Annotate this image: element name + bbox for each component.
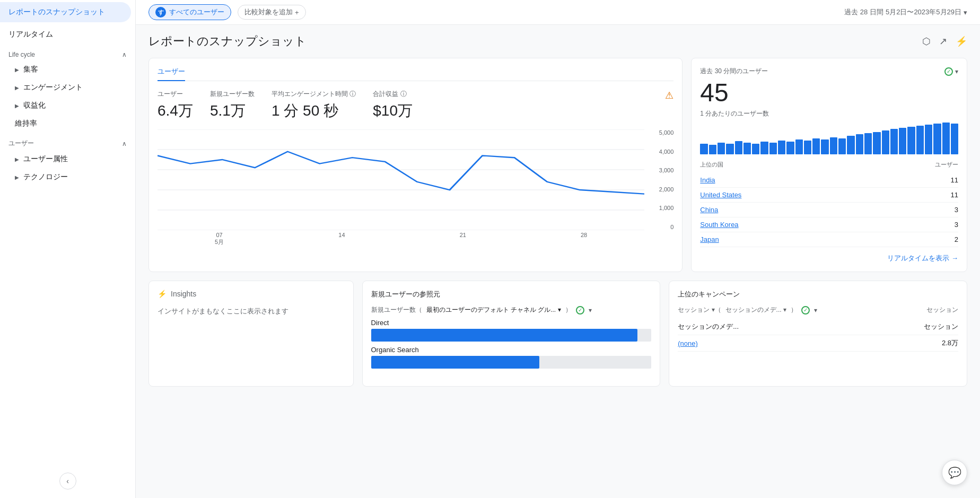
bottom-cards-row: ⚡ Insights インサイトがまもなくここに表示されます 新規ユーザーの参照… — [148, 281, 967, 387]
bar-28 — [933, 124, 941, 154]
metric-new-users-value: 5.1万 — [210, 101, 255, 121]
campaigns-dropdown-btn[interactable]: ▾ — [814, 307, 817, 314]
chevron-right-icon: ▶ — [15, 174, 19, 180]
bar-15 — [821, 139, 828, 154]
country-row-korea: South Korea 3 — [700, 217, 958, 232]
realtime-card: 過去 30 分間のユーザー ✓ ▾ 45 1 分あたりのユーザー数 — [691, 58, 967, 272]
bar-5 — [735, 141, 742, 154]
segment-label: すべてのユーザー — [169, 7, 224, 17]
x-label-28: 28 — [581, 232, 587, 246]
insights-body: インサイトがまもなくここに表示されます — [158, 307, 345, 316]
realtime-link[interactable]: リアルタイムを表示 → — [700, 254, 958, 263]
campaigns-col-label: セッション ▾（ — [678, 305, 721, 314]
campaigns-none-value: 2.8万 — [942, 338, 958, 348]
bar-8 — [760, 142, 768, 154]
country-us[interactable]: United States — [700, 191, 741, 199]
country-china[interactable]: China — [700, 206, 718, 214]
sidebar-item-label: 維持率 — [15, 119, 37, 128]
sidebar-item-acquisition[interactable]: ▶ 集客 — [0, 60, 135, 78]
insights-header: ⚡ Insights — [158, 290, 345, 298]
campaigns-sub-header: セッション ▾（ セッションのメデ... ▾ ） ✓ ▾ セッション — [678, 305, 958, 314]
date-prefix: 過去 28 日間 — [844, 7, 883, 17]
chevron-right-icon: ▶ — [15, 85, 19, 91]
campaigns-card: 上位のキャンペーン セッション ▾（ セッションのメデ... ▾ ） ✓ ▾ セ… — [669, 281, 967, 387]
segment-chip[interactable]: す すべてのユーザー — [148, 4, 231, 20]
bar-10 — [778, 141, 785, 154]
chat-fab-button[interactable]: 💬 — [942, 460, 967, 485]
more-icon[interactable]: ⚡ — [956, 36, 967, 47]
share-icon[interactable]: ↗ — [939, 36, 947, 47]
sidebar-item-realtime[interactable]: リアルタイム — [0, 24, 135, 45]
chart-x-labels: 075月 14 21 28 — [158, 232, 644, 246]
collapse-sidebar-button[interactable]: ‹ — [59, 473, 76, 490]
sidebar-item-snapshot[interactable]: レポートのスナップショット — [0, 2, 131, 22]
date-range-value: 5月2日〜2023年5月29日 — [886, 7, 961, 17]
country-row-china: China 3 — [700, 203, 958, 217]
bar-22 — [882, 130, 889, 154]
sidebar-item-retention[interactable]: 維持率 — [0, 115, 135, 133]
x-label-21: 21 — [460, 232, 466, 246]
sidebar-section-lifecycle-label: Life cycle — [8, 51, 35, 58]
sidebar-item-technology[interactable]: ▶ テクノロジー — [0, 168, 135, 186]
sidebar-item-monetization[interactable]: ▶ 収益化 — [0, 97, 135, 115]
insights-title: Insights — [171, 290, 196, 298]
customize-report-icon[interactable]: ⬡ — [922, 36, 931, 47]
traffic-metric-dropdown[interactable]: 最初のユーザーのデフォルト チャネル グル... ▾ — [426, 305, 561, 314]
chat-icon: 💬 — [948, 466, 961, 479]
bar-30 — [951, 124, 958, 154]
tab-users[interactable]: ユーザー — [158, 67, 185, 81]
sidebar-item-demographics[interactable]: ▶ ユーザー属性 — [0, 150, 135, 168]
traffic-metric-label: 新規ユーザー数（ — [371, 305, 422, 314]
bar-20 — [864, 133, 872, 154]
campaigns-none-row: (none) 2.8万 — [678, 335, 958, 352]
sidebar-section-users[interactable]: ユーザー ∧ — [0, 133, 135, 150]
realtime-dropdown[interactable]: ▾ — [955, 68, 958, 75]
direct-bar-bg — [371, 329, 652, 342]
metric-revenue-value: $10万 — [373, 101, 413, 121]
content-area: レポートのスナップショット ⬡ ↗ ⚡ ユーザー ユーザー 6 — [136, 25, 980, 498]
bar-24 — [899, 128, 906, 154]
traffic-dropdown-btn[interactable]: ▾ — [589, 307, 592, 314]
bar-1 — [700, 144, 707, 154]
country-india[interactable]: India — [700, 176, 715, 184]
topbar: す すべてのユーザー 比較対象を追加 + 過去 28 日間 5月2日〜2023年… — [136, 0, 980, 25]
chevron-left-icon: ‹ — [66, 477, 69, 485]
date-range-selector[interactable]: 過去 28 日間 5月2日〜2023年5月29日 ▾ — [844, 7, 967, 17]
sidebar-section-users-label: ユーザー — [8, 139, 34, 148]
organic-bar-bg — [371, 356, 652, 369]
insights-icon: ⚡ — [158, 290, 167, 298]
page-header: レポートのスナップショット ⬡ ↗ ⚡ — [148, 33, 967, 49]
bar-12 — [795, 139, 803, 154]
bar-25 — [907, 127, 915, 154]
warning-icon: ⚠ — [665, 90, 673, 101]
campaigns-row-none: セッションのメデ... セッション — [678, 319, 958, 335]
add-compare-button[interactable]: 比較対象を追加 + — [238, 5, 306, 20]
countries-header: 上位の国 ユーザー — [700, 161, 958, 169]
metric-new-users: 新規ユーザー数 5.1万 — [210, 90, 255, 121]
campaigns-metric-dropdown[interactable]: セッションのメデ... ▾ — [725, 305, 786, 314]
bar-11 — [786, 142, 794, 154]
campaigns-header: 上位のキャンペーン — [678, 290, 958, 299]
country-korea[interactable]: South Korea — [700, 221, 738, 229]
traffic-header: 新規ユーザーの参照元 — [371, 290, 652, 299]
bar-29 — [942, 123, 950, 154]
sidebar-item-engagement[interactable]: ▶ エンゲージメント — [0, 78, 135, 97]
organic-bar-fill — [371, 356, 539, 369]
sidebar-section-lifecycle[interactable]: Life cycle ∧ — [0, 45, 135, 60]
bar-21 — [873, 132, 880, 154]
direct-bar-fill — [371, 329, 637, 342]
bar-26 — [916, 126, 924, 154]
main-chart: 5,000 4,000 3,000 2,000 1,000 0 — [158, 129, 673, 246]
campaigns-col-left: セッションのメデ... — [678, 322, 739, 331]
chevron-right-icon: ▶ — [15, 103, 19, 109]
insights-card: ⚡ Insights インサイトがまもなくここに表示されます — [148, 281, 354, 387]
status-ok-icon: ✓ — [944, 67, 953, 76]
country-japan[interactable]: Japan — [700, 235, 719, 243]
campaigns-none-label: (none) — [678, 339, 698, 347]
campaigns-col-right: セッション — [924, 322, 958, 331]
country-row-india: India 11 — [700, 173, 958, 188]
traffic-bar-organic: Organic Search — [371, 346, 652, 369]
country-row-japan: Japan 2 — [700, 232, 958, 247]
bar-27 — [925, 125, 932, 154]
metric-users-value: 6.4万 — [158, 101, 193, 121]
